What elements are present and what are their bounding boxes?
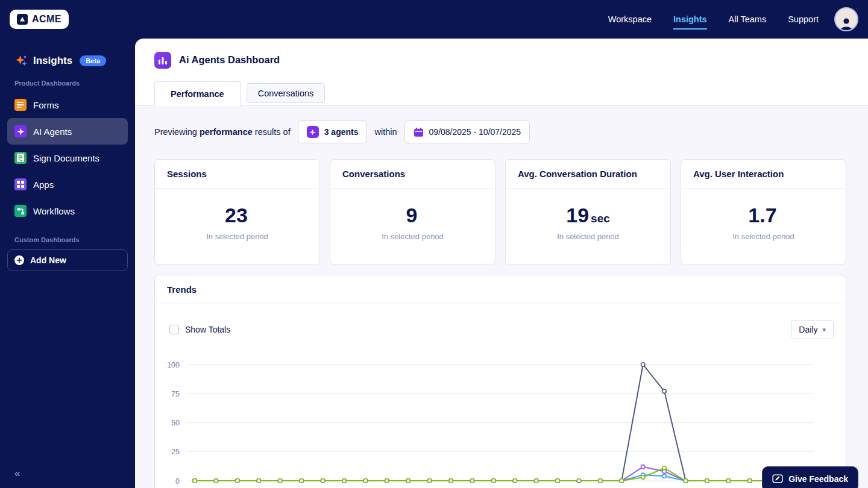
calendar-icon [414,127,424,137]
sidebar-item-label: AI Agents [33,127,72,137]
forms-icon [14,99,27,111]
avatar[interactable] [834,7,858,31]
nav-workspace[interactable]: Workspace [608,14,652,24]
show-totals-checkbox[interactable] [169,325,179,334]
dashboard-content: Previewing performance results of 3 agen… [135,106,868,488]
show-totals-label: Show Totals [185,325,230,334]
stat-value: 9 [406,204,418,227]
apps-icon [14,178,27,190]
filter-row: Previewing performance results of 3 agen… [154,120,846,143]
topbar: ACME Workspace Insights All Teams Suppor… [0,0,868,39]
chart-area: 0255075100 [155,348,846,488]
sidebar-title: Insights [33,55,72,67]
nav-all-teams[interactable]: All Teams [729,14,767,24]
stat-caption: In selected period [330,232,495,241]
agent-sparkle-icon [307,126,319,138]
series-blue-line [195,475,814,481]
svg-text:0: 0 [175,477,180,486]
stat-card-title: Avg. Conversation Duration [506,160,670,189]
acme-logo[interactable]: ACME [10,10,69,29]
sidebar-item-ai-agents[interactable]: AI Agents [7,118,128,145]
brand-name: ACME [32,14,61,25]
stat-caption: In selected period [681,232,846,241]
sidebar-item-sign-documents[interactable]: Sign Documents [7,145,128,171]
sidebar-item-apps[interactable]: Apps [7,171,128,198]
series-green-line [195,468,814,481]
trends-title: Trends [155,275,846,304]
page-title: Ai Agents Dashboard [179,54,280,66]
stat-card-conversations: Conversations 9 In selected period [330,159,495,265]
stats-row: Sessions 23 In selected period Conversat… [154,159,846,265]
nav-insights[interactable]: Insights [673,14,707,24]
svg-text:100: 100 [167,361,180,369]
series-purple-line [195,467,814,481]
stat-caption: In selected period [506,232,670,241]
series-purple-markers [193,465,816,483]
date-range-button[interactable]: 09/08/2025 - 10/07/2025 [404,120,530,143]
interval-dropdown[interactable]: Daily ▾ [791,320,834,339]
plus-icon [14,255,25,266]
sidebar-item-workflows[interactable]: Workflows [7,198,128,224]
chevron-down-icon: ▾ [822,326,826,334]
ai-agents-icon [14,125,27,137]
dashboard-icon [154,52,171,69]
app-shell: Insights Beta Product Dashboards Forms A… [0,39,868,488]
give-feedback-label: Give Feedback [788,474,848,484]
agents-filter-button[interactable]: 3 agents [298,120,368,143]
stat-card-title: Conversations [330,160,495,189]
custom-dashboards-label: Custom Dashboards [7,236,128,243]
date-range-label: 09/08/2025 - 10/07/2025 [429,127,521,137]
sidebar-item-forms[interactable]: Forms [7,92,128,118]
nav-support[interactable]: Support [788,14,819,24]
dashboard-title-row: Ai Agents Dashboard [135,39,868,70]
sign-documents-icon [14,152,27,164]
agents-filter-label: 3 agents [324,127,359,137]
interval-label: Daily [799,325,817,334]
product-dashboards-label: Product Dashboards [7,80,128,87]
top-nav: Workspace Insights All Teams Support [587,7,858,31]
workflows-icon [14,205,27,217]
stat-card-title: Avg. User Interaction [681,160,846,189]
within-label: within [374,127,397,137]
tabs: Performance Conversations [135,70,868,106]
svg-text:25: 25 [171,448,180,456]
preview-text: Previewing performance results of [154,127,291,137]
stat-caption: In selected period [155,232,319,241]
feedback-icon [772,474,783,484]
show-totals-toggle[interactable]: Show Totals [169,325,230,334]
stat-value: 1.7 [748,204,776,227]
insights-spark-icon [14,54,28,67]
sidebar: Insights Beta Product Dashboards Forms A… [0,39,135,488]
stat-card-avg-user-interaction: Avg. User Interaction 1.7 In selected pe… [681,159,846,265]
stat-card-avg-conversation-duration: Avg. Conversation Duration 19sec In sele… [505,159,671,265]
give-feedback-button[interactable]: Give Feedback [762,466,858,488]
svg-text:50: 50 [171,419,180,427]
y-axis-labels: 0255075100 [167,361,180,486]
beta-badge: Beta [80,55,106,66]
add-new-button[interactable]: Add New [7,249,128,271]
sidebar-item-label: Workflows [33,206,75,216]
person-icon [838,16,854,30]
add-new-label: Add New [30,255,66,265]
main-panel: Ai Agents Dashboard Performance Conversa… [135,39,868,488]
trends-card: Trends Show Totals Daily ▾ 0255075100 [154,275,846,488]
stat-value: 23 [225,204,248,227]
stat-card-title: Sessions [155,160,319,189]
tab-performance[interactable]: Performance [154,81,241,106]
chart-grid [187,364,814,481]
svg-text:75: 75 [171,390,180,398]
sidebar-header: Insights Beta [7,54,128,67]
collapse-sidebar-icon[interactable]: « [14,468,20,480]
acme-logo-icon [17,14,28,25]
stat-unit: sec [591,212,610,225]
sidebar-item-label: Sign Documents [33,153,99,163]
sidebar-item-label: Apps [33,180,54,190]
tab-conversations[interactable]: Conversations [247,83,326,103]
trends-chart: 0255075100 [155,348,846,488]
stat-card-sessions: Sessions 23 In selected period [154,159,320,265]
sidebar-item-label: Forms [33,100,59,110]
trends-controls: Show Totals Daily ▾ [155,304,846,348]
stat-value: 19 [566,204,589,227]
